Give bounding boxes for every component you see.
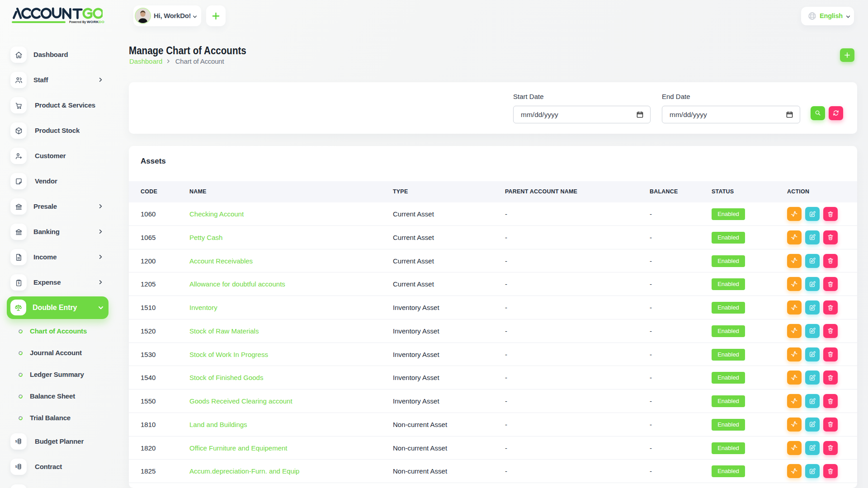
- svg-text:$: $: [18, 282, 19, 285]
- svg-text:$: $: [15, 440, 17, 443]
- svg-text:$: $: [15, 465, 17, 469]
